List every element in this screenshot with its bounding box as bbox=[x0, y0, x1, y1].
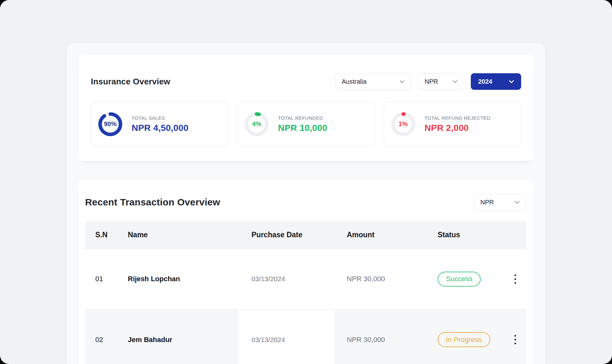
refund-rejected-amount: NPR 2,000 bbox=[425, 123, 491, 133]
transactions-title: Recent Transaction Overview bbox=[85, 197, 220, 208]
currency-dropdown-value: NPR bbox=[425, 78, 438, 85]
country-dropdown[interactable]: Australia bbox=[335, 73, 411, 90]
chevron-down-icon bbox=[515, 201, 520, 204]
column-header-sn: S.N bbox=[95, 221, 128, 248]
sales-percent-label: 90% bbox=[98, 111, 123, 137]
table-row: 02 Jem Bahadur 03/13/2024 NPR 30,000 In … bbox=[85, 309, 526, 364]
sales-progress-ring: 90% bbox=[98, 111, 123, 137]
stats-row: 90% TOTAL SALES NPR 4,50,000 4% bbox=[91, 102, 521, 146]
stat-card-refund-rejected: 1% TOTAL REFUND REJECTED NPR 2,000 bbox=[384, 102, 521, 146]
table-currency-dropdown[interactable]: NPR bbox=[474, 194, 526, 211]
page-background: Insurance Overview Australia NPR 2024 bbox=[0, 0, 612, 364]
column-header-amount: Amount bbox=[334, 221, 436, 248]
row-name: Rijesh Lopchan bbox=[128, 249, 239, 309]
row-name: Jem Bahadur bbox=[128, 310, 239, 364]
row-amount: NPR 30,000 bbox=[334, 310, 436, 364]
stat-card-total-sales: 90% TOTAL SALES NPR 4,50,000 bbox=[91, 102, 228, 146]
recent-transactions-section: Recent Transaction Overview NPR S.N Name… bbox=[79, 180, 533, 364]
status-badge: In Progress bbox=[438, 332, 490, 347]
table-row: 01 Rijesh Lopchan 03/13/2024 NPR 30,000 … bbox=[85, 249, 526, 309]
column-header-purchase-date: Purchase Date bbox=[239, 221, 334, 248]
row-amount: NPR 30,000 bbox=[334, 249, 436, 309]
refunded-progress-ring: 4% bbox=[244, 111, 269, 137]
row-actions-menu-button[interactable] bbox=[511, 270, 519, 288]
insurance-overview-header: Insurance Overview Australia NPR 2024 bbox=[91, 55, 521, 90]
chevron-down-icon bbox=[453, 80, 457, 83]
country-dropdown-value: Australia bbox=[342, 78, 367, 85]
column-header-status: Status bbox=[436, 221, 511, 248]
refunded-percent-label: 4% bbox=[244, 111, 269, 137]
total-refunded-label: TOTAL REFUNDED bbox=[278, 115, 327, 121]
chevron-down-icon bbox=[400, 80, 404, 83]
table-header-row: S.N Name Purchase Date Amount Status bbox=[85, 221, 526, 249]
stat-card-total-refunded: 4% TOTAL REFUNDED NPR 10,000 bbox=[237, 102, 375, 146]
row-sn: 02 bbox=[95, 310, 128, 364]
table-currency-value: NPR bbox=[480, 199, 494, 206]
chevron-down-icon bbox=[509, 80, 514, 83]
currency-dropdown[interactable]: NPR bbox=[418, 73, 464, 90]
insurance-overview-title: Insurance Overview bbox=[91, 77, 170, 87]
row-purchase-date: 03/13/2024 bbox=[239, 249, 334, 309]
transactions-header: Recent Transaction Overview NPR bbox=[85, 180, 526, 211]
row-purchase-date: 03/13/2024 bbox=[239, 310, 334, 364]
rejected-percent-label: 1% bbox=[390, 111, 416, 137]
refund-rejected-label: TOTAL REFUND REJECTED bbox=[425, 115, 491, 121]
status-badge: Success bbox=[438, 272, 481, 287]
year-dropdown[interactable]: 2024 bbox=[471, 73, 521, 90]
column-header-name: Name bbox=[128, 221, 239, 248]
total-sales-amount: NPR 4,50,000 bbox=[132, 123, 188, 133]
insurance-overview-section: Insurance Overview Australia NPR 2024 bbox=[79, 55, 533, 161]
row-actions-menu-button[interactable] bbox=[511, 331, 519, 349]
row-sn: 01 bbox=[95, 249, 128, 309]
rejected-progress-ring: 1% bbox=[390, 111, 416, 137]
year-dropdown-value: 2024 bbox=[478, 78, 492, 85]
total-refunded-amount: NPR 10,000 bbox=[278, 123, 327, 133]
insurance-filters: Australia NPR 2024 bbox=[335, 73, 521, 90]
dashboard-container: Insurance Overview Australia NPR 2024 bbox=[67, 43, 545, 364]
total-sales-label: TOTAL SALES bbox=[132, 115, 188, 121]
